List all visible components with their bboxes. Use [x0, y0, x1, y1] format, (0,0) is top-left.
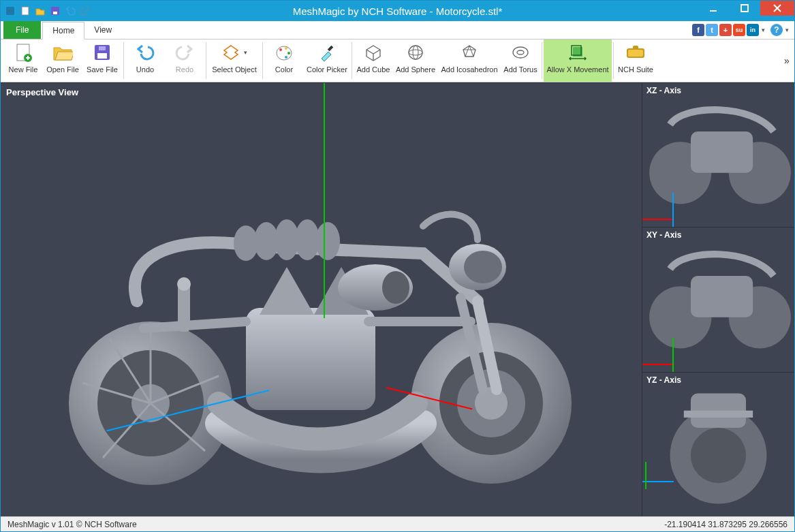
- save-file-label: Save File: [87, 65, 118, 74]
- add-icosahedron-label: Add Icosahedron: [441, 65, 497, 74]
- select-object-button[interactable]: ▾ Select Object: [208, 40, 261, 82]
- maximize-button[interactable]: [729, 1, 760, 16]
- svg-rect-25: [628, 50, 643, 57]
- new-file-button[interactable]: New File: [3, 40, 43, 82]
- svg-rect-4: [710, 10, 717, 12]
- color-button[interactable]: Color: [264, 40, 304, 82]
- qat-redo-icon[interactable]: [78, 4, 92, 18]
- add-sphere-button[interactable]: Add Sphere: [393, 40, 438, 82]
- svg-point-12: [279, 48, 282, 51]
- toolbar-overflow-button[interactable]: »: [779, 40, 794, 82]
- add-sphere-label: Add Sphere: [396, 65, 435, 74]
- mini-axis-y2: [645, 462, 646, 489]
- open-file-button[interactable]: Open File: [43, 40, 82, 82]
- xz-viewport[interactable]: XZ - Axis: [642, 83, 794, 228]
- add-cube-button[interactable]: Add Cube: [354, 40, 393, 82]
- qat-open-icon[interactable]: [33, 4, 47, 18]
- share-twitter-icon[interactable]: t: [706, 24, 718, 36]
- undo-button[interactable]: Undo: [125, 40, 165, 82]
- share-dropdown-icon[interactable]: ▾: [760, 27, 766, 33]
- svg-point-59: [691, 428, 746, 483]
- svg-rect-54: [691, 131, 753, 173]
- qat-save-icon[interactable]: [48, 4, 62, 18]
- icosahedron-icon: [461, 42, 478, 63]
- share-google-icon[interactable]: +: [719, 24, 732, 36]
- mini-axis-z2: [642, 481, 674, 482]
- close-button[interactable]: [760, 1, 794, 16]
- undo-icon: [136, 42, 155, 63]
- svg-point-14: [287, 52, 290, 54]
- svg-point-42: [464, 251, 502, 283]
- svg-rect-0: [6, 7, 14, 15]
- xz-mesh: [642, 83, 794, 221]
- share-linkedin-icon[interactable]: in: [747, 24, 759, 36]
- help-dropdown-icon[interactable]: ▾: [784, 27, 790, 33]
- qat-new-icon[interactable]: [18, 4, 32, 18]
- nch-suite-button[interactable]: NCH Suite: [615, 40, 656, 82]
- share-facebook-icon[interactable]: f: [692, 24, 704, 36]
- svg-rect-1: [22, 7, 29, 15]
- eyedropper-icon: [319, 42, 335, 63]
- share-stumble-icon[interactable]: su: [733, 24, 745, 36]
- minimize-button[interactable]: [698, 1, 729, 16]
- torus-icon: [511, 42, 530, 63]
- add-torus-label: Add Torus: [503, 65, 537, 74]
- redo-icon: [175, 42, 194, 63]
- open-file-label: Open File: [46, 65, 79, 74]
- svg-rect-3: [53, 12, 57, 14]
- x-movement-icon: [567, 42, 588, 63]
- mini-axis-x: [642, 219, 674, 220]
- tab-home[interactable]: Home: [42, 22, 84, 40]
- select-object-label: Select Object: [212, 65, 256, 74]
- mini-axis-y: [672, 338, 674, 372]
- new-file-label: New File: [9, 65, 38, 74]
- svg-point-51: [177, 277, 191, 291]
- mini-axis-z: [672, 193, 674, 227]
- svg-point-17: [409, 46, 422, 59]
- svg-rect-57: [691, 276, 753, 317]
- color-palette-icon: [275, 42, 293, 63]
- add-torus-button[interactable]: Add Torus: [501, 40, 540, 82]
- yz-viewport[interactable]: YZ - Axis: [642, 373, 794, 516]
- status-left: MeshMagic v 1.01 © NCH Software: [7, 520, 137, 529]
- save-file-button[interactable]: Save File: [82, 40, 122, 82]
- allow-x-movement-label: Allow X Movement: [546, 65, 608, 74]
- tab-file[interactable]: File: [3, 21, 41, 39]
- axis-y-line: [324, 83, 325, 318]
- add-cube-label: Add Cube: [356, 65, 390, 74]
- xy-view-label: XY - Axis: [646, 230, 681, 240]
- yz-mesh: [642, 373, 794, 511]
- xy-viewport[interactable]: XY - Axis: [642, 228, 794, 372]
- redo-label: Redo: [176, 65, 193, 74]
- undo-label: Undo: [136, 65, 154, 74]
- mini-axis-x2: [642, 364, 674, 365]
- select-object-icon: ▾: [221, 42, 249, 63]
- color-picker-button[interactable]: Color Picker: [304, 40, 350, 82]
- color-label: Color: [275, 65, 293, 74]
- svg-rect-10: [99, 46, 106, 50]
- color-picker-label: Color Picker: [307, 65, 347, 74]
- svg-rect-50: [178, 284, 190, 332]
- perspective-view-label: Perspective View: [6, 87, 78, 97]
- yz-view-label: YZ - Axis: [646, 375, 681, 385]
- save-disk-icon: [93, 42, 111, 63]
- help-button[interactable]: ?: [770, 24, 783, 36]
- tab-view[interactable]: View: [84, 21, 121, 39]
- svg-rect-40: [246, 308, 375, 410]
- allow-x-movement-button[interactable]: Allow X Movement: [544, 40, 612, 82]
- svg-rect-9: [97, 53, 107, 59]
- window-title: MeshMagic by NCH Software - Motorcycle.s…: [1, 5, 794, 17]
- qat-app-icon[interactable]: [3, 4, 17, 18]
- xz-view-label: XZ - Axis: [646, 86, 681, 95]
- nch-suite-icon: [625, 42, 646, 63]
- xy-mesh: [642, 228, 794, 366]
- perspective-viewport[interactable]: Perspective View: [1, 83, 642, 516]
- svg-rect-26: [633, 46, 638, 50]
- qat-undo-icon[interactable]: [63, 4, 77, 18]
- cube-icon: [364, 42, 382, 63]
- svg-point-49: [382, 271, 409, 304]
- add-icosahedron-button[interactable]: Add Icosahedron: [438, 40, 501, 82]
- redo-button[interactable]: Redo: [165, 40, 204, 82]
- new-file-icon: [14, 42, 32, 63]
- open-folder-icon: [52, 42, 73, 63]
